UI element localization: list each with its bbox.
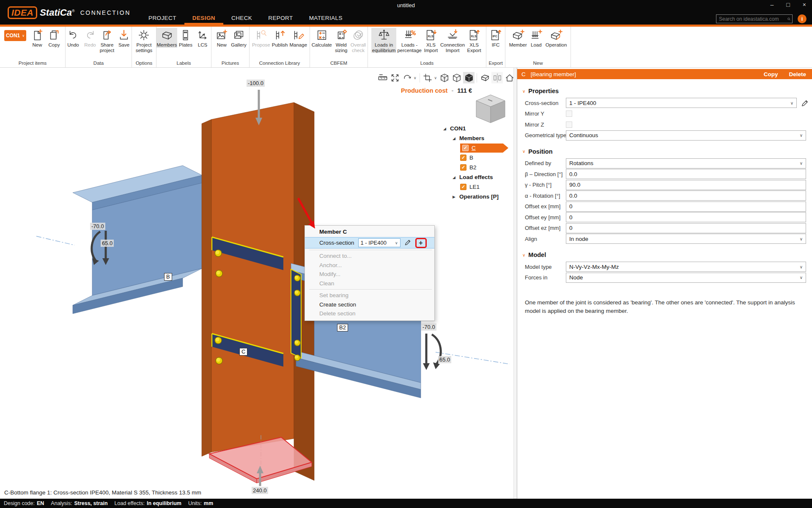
section-header-properties[interactable]: ∨Properties bbox=[522, 88, 806, 94]
chevron-right-icon[interactable]: ▶ bbox=[453, 195, 459, 199]
cross-section-select[interactable]: 1 - IPE400 ∨ bbox=[358, 238, 401, 247]
copy-button[interactable]: Copy bbox=[764, 71, 778, 77]
pitch-input[interactable]: 90.0 bbox=[566, 180, 806, 190]
tab-materials[interactable]: MATERIALS bbox=[301, 11, 351, 25]
rotation-input[interactable]: 0.0 bbox=[566, 190, 806, 201]
tab-project[interactable]: PROJECT bbox=[140, 11, 184, 25]
edit-pencil-icon[interactable] bbox=[801, 99, 809, 107]
load-value-label[interactable]: 65.0 bbox=[438, 356, 451, 363]
tree-item-c[interactable]: ✓C bbox=[443, 143, 510, 153]
gallery-button[interactable]: Gallery bbox=[230, 28, 247, 48]
xls-import-button[interactable]: XLSXLS Import bbox=[422, 28, 439, 53]
project-settings-button[interactable]: Project settings bbox=[135, 28, 154, 53]
tree-group-load-effects[interactable]: ◢Load effects bbox=[443, 172, 510, 182]
tree-group-operations-p[interactable]: ▶Operations [P] bbox=[443, 192, 510, 202]
new-button[interactable]: New bbox=[213, 28, 230, 48]
member-label-b[interactable]: B bbox=[164, 273, 172, 281]
expander-icon[interactable]: ◢ bbox=[443, 127, 450, 131]
dimension-label[interactable]: 240.0 bbox=[252, 487, 268, 494]
members-button[interactable]: Members bbox=[156, 28, 177, 48]
home-icon[interactable] bbox=[504, 72, 515, 83]
tree-item-b[interactable]: ✓B bbox=[443, 153, 510, 163]
cross-section-row[interactable]: Cross-section 1 - IPE400 ∨ + bbox=[305, 237, 434, 248]
copy-button[interactable]: Copy bbox=[46, 28, 63, 48]
xls-export-button[interactable]: XLSXLS Export bbox=[466, 28, 483, 53]
section-header-position[interactable]: ∨Position bbox=[522, 148, 806, 155]
plates-button[interactable]: Plates bbox=[177, 28, 194, 48]
new-button[interactable]: New bbox=[29, 28, 46, 48]
align-select[interactable]: In node∨ bbox=[566, 234, 806, 244]
menu-item-create-section[interactable]: Create section bbox=[305, 300, 434, 309]
ifc-button[interactable]: IFCIFC bbox=[487, 28, 504, 48]
project-item-selector[interactable]: CON1∨ bbox=[4, 30, 26, 41]
navigation-cube[interactable] bbox=[472, 92, 509, 125]
crop-icon[interactable] bbox=[422, 72, 433, 83]
load-value-label[interactable]: -70.0 bbox=[421, 323, 436, 331]
load-button[interactable]: Load bbox=[528, 28, 545, 48]
offset-ey-mm-input[interactable]: 0 bbox=[566, 212, 806, 222]
tab-check[interactable]: CHECK bbox=[223, 11, 260, 25]
rotate-icon[interactable] bbox=[401, 72, 413, 83]
measure-icon[interactable] bbox=[377, 72, 388, 83]
defined-by-select[interactable]: Rotations∨ bbox=[566, 158, 806, 168]
loads-in-equilibrium-button[interactable]: Loads in equilibrium bbox=[371, 28, 397, 53]
search-box[interactable] bbox=[716, 14, 793, 23]
direction-input[interactable]: 0.0 bbox=[566, 169, 806, 179]
clip-icon[interactable] bbox=[479, 72, 491, 83]
model-beam-b[interactable] bbox=[73, 166, 202, 314]
forces-in-select[interactable]: Node∨ bbox=[566, 273, 806, 283]
search-input[interactable] bbox=[716, 16, 787, 22]
member-button[interactable]: Member bbox=[508, 28, 528, 48]
minimize-button[interactable]: – bbox=[771, 1, 774, 8]
offset-ez-mm-input[interactable]: 0 bbox=[566, 223, 806, 233]
checkbox-checked-icon[interactable]: ✓ bbox=[460, 155, 466, 161]
load-value-label[interactable]: 65.0 bbox=[101, 240, 114, 247]
load-value-label[interactable]: -70.0 bbox=[90, 223, 105, 230]
checkbox-checked-icon[interactable]: ✓ bbox=[460, 164, 466, 171]
expander-icon[interactable]: ◢ bbox=[453, 136, 459, 141]
tab-design[interactable]: DESIGN bbox=[184, 11, 223, 25]
fit-icon[interactable] bbox=[389, 72, 401, 83]
tree-item-le1[interactable]: ✓LE1 bbox=[443, 182, 510, 192]
load-value-label[interactable]: -100.0 bbox=[247, 80, 265, 87]
member-label-c[interactable]: C bbox=[239, 348, 247, 356]
add-cross-section-button-highlighted[interactable]: + bbox=[415, 238, 427, 248]
model-viewport[interactable]: ∨∨ Production cost - 111 € -100.0 -70.0 … bbox=[0, 68, 517, 499]
checkbox-checked-icon[interactable]: ✓ bbox=[462, 145, 469, 151]
status-load-effects[interactable]: Load effects:In equilibrium bbox=[115, 500, 181, 506]
tree-item-b2[interactable]: ✓B2 bbox=[443, 163, 510, 172]
cross-section-select[interactable]: 1 - IPE400∨ bbox=[566, 98, 797, 108]
section-header-model[interactable]: ∨Model bbox=[522, 251, 806, 258]
publish-button[interactable]: Publish bbox=[271, 28, 289, 48]
status-units[interactable]: Units:mm bbox=[188, 500, 213, 506]
weld-sizing-button[interactable]: Weld sizing bbox=[333, 28, 350, 53]
tab-report[interactable]: REPORT bbox=[260, 11, 301, 25]
share-project-button[interactable]: Share project bbox=[99, 28, 115, 53]
tree-group-members[interactable]: ◢Members bbox=[443, 133, 510, 143]
close-button[interactable]: × bbox=[803, 1, 806, 8]
connection-import-button[interactable]: Connection Import bbox=[439, 28, 466, 53]
chevron-down-icon[interactable]: ∨ bbox=[434, 76, 437, 80]
delete-button[interactable]: Delete bbox=[789, 71, 806, 77]
save-button[interactable]: Save bbox=[115, 28, 132, 48]
expander-icon[interactable]: ◢ bbox=[453, 175, 459, 179]
edit-pencil-icon[interactable] bbox=[404, 239, 411, 247]
offset-ex-mm-input[interactable]: 0 bbox=[566, 202, 806, 212]
member-label-b2[interactable]: B2 bbox=[337, 324, 348, 331]
undo-button[interactable]: Undo bbox=[65, 28, 82, 48]
model-type-select[interactable]: N-Vy-Vz-Mx-My-Mz∨ bbox=[566, 262, 806, 272]
checkbox-checked-icon[interactable]: ✓ bbox=[460, 184, 466, 190]
calculate-button[interactable]: Calculate bbox=[311, 28, 333, 48]
status-analysis[interactable]: Analysis:Stress, strain bbox=[51, 500, 107, 506]
info-icon[interactable]: i bbox=[798, 14, 807, 23]
panel-splitter[interactable] bbox=[513, 68, 517, 499]
lcs-button[interactable]: LCS bbox=[194, 28, 211, 48]
maximize-button[interactable]: □ bbox=[786, 1, 790, 8]
cube-hidden-icon[interactable] bbox=[451, 72, 462, 83]
mirror-z-checkbox[interactable] bbox=[566, 121, 572, 128]
tree-root[interactable]: ◢CON1 bbox=[443, 124, 510, 133]
loads-percentage-button[interactable]: Loads - percentage bbox=[396, 28, 422, 53]
manage-button[interactable]: Manage bbox=[289, 28, 308, 48]
mirror-y-checkbox[interactable] bbox=[566, 110, 572, 117]
operation-button[interactable]: Operation bbox=[545, 28, 568, 48]
